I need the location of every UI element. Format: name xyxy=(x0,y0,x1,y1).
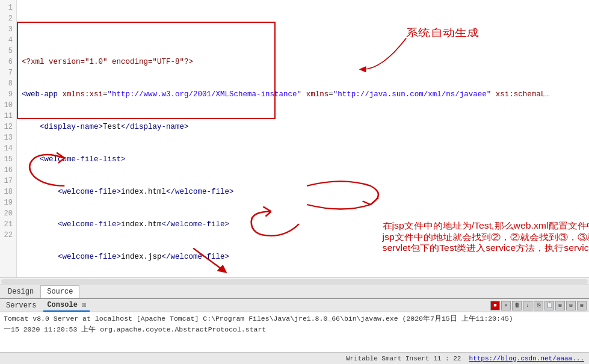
code-content[interactable]: <?xml version="1.0" encoding="UTF-8"?> <… xyxy=(17,0,589,277)
clear-button[interactable]: 🗑 xyxy=(512,301,522,310)
code-line-1: <?xml version="1.0" encoding="UTF-8"?> xyxy=(22,57,584,67)
console-line-1: Tomcat v8.0 Server at localhost [Apache … xyxy=(4,313,585,324)
console-line-2: 一15 2020 11:20:53 上午 org.apache.coyote.A… xyxy=(4,324,585,335)
console-panel: Servers Console ☒ ■ ✕ 🗑 ↓ ⎘ 📋 ⊞ ⊟ ⊞ Tomc… xyxy=(0,298,589,364)
svg-text:jsp文件中的地址就会找到②，②就会找到③，③就会找到④。④: jsp文件中的地址就会找到②，②就会找到③，③就会找到④。④就是地址 xyxy=(382,233,589,242)
code-line-3: <display-name>Test</display-name> xyxy=(22,122,584,132)
paste-button[interactable]: 📋 xyxy=(544,301,554,310)
scroll-lock-button[interactable]: ↓ xyxy=(523,301,532,310)
status-bar: Writable Smart Insert 11 : 22 https://bl… xyxy=(0,352,589,364)
tab-design[interactable]: Design xyxy=(1,285,40,298)
expand-button[interactable]: ⊞ xyxy=(577,301,587,310)
code-area: 1 2 3 4 5 6 7 8 9 10 11 12 13 14 15 16 1… xyxy=(0,0,589,277)
console-toolbar: ■ ✕ 🗑 ↓ ⎘ 📋 ⊞ ⊟ ⊞ xyxy=(490,301,587,310)
editor-tabs-bar: Design Source xyxy=(0,285,589,298)
console-header: Servers Console ☒ ■ ✕ 🗑 ↓ ⎘ 📋 ⊞ ⊟ ⊞ xyxy=(0,299,589,312)
code-line-5: <welcome-file>index.html</welcome-file> xyxy=(22,187,584,197)
editor-panel: 1 2 3 4 5 6 7 8 9 10 11 12 13 14 15 16 1… xyxy=(0,0,589,285)
console-tab-console[interactable]: Console ☒ xyxy=(43,299,90,312)
annotations-svg: 系统自动生成 在jsp文件中的地址为/Test,那么web.xml配置文件中就会… xyxy=(17,0,589,277)
console-tab-servers[interactable]: Servers xyxy=(2,300,40,311)
stop-button[interactable]: ■ xyxy=(490,301,500,310)
collapse-button[interactable]: ⊟ xyxy=(566,301,576,310)
code-line-7: <welcome-file>index.jsp</welcome-file> xyxy=(22,251,584,262)
console-content: Tomcat v8.0 Server at localhost [Apache … xyxy=(0,312,589,352)
horizontal-scrollbar[interactable] xyxy=(0,277,589,285)
code-line-2: <web-app xmlns:xsi="http://www.w3.org/20… xyxy=(22,89,584,100)
view-menu-button[interactable]: ⊞ xyxy=(555,301,565,310)
scroll-track[interactable] xyxy=(1,279,588,284)
line-numbers: 1 2 3 4 5 6 7 8 9 10 11 12 13 14 15 16 1… xyxy=(0,0,17,277)
code-line-4: <welcome-file-list> xyxy=(22,154,584,165)
code-line-6: <welcome-file>index.htm</welcome-file> xyxy=(22,219,584,230)
tab-source[interactable]: Source xyxy=(40,285,79,298)
auto-gen-label: 系统自动生成 xyxy=(406,26,479,39)
highlight-box xyxy=(17,22,276,119)
copy-button[interactable]: ⎘ xyxy=(534,301,543,310)
disconnect-button[interactable]: ✕ xyxy=(501,301,511,310)
